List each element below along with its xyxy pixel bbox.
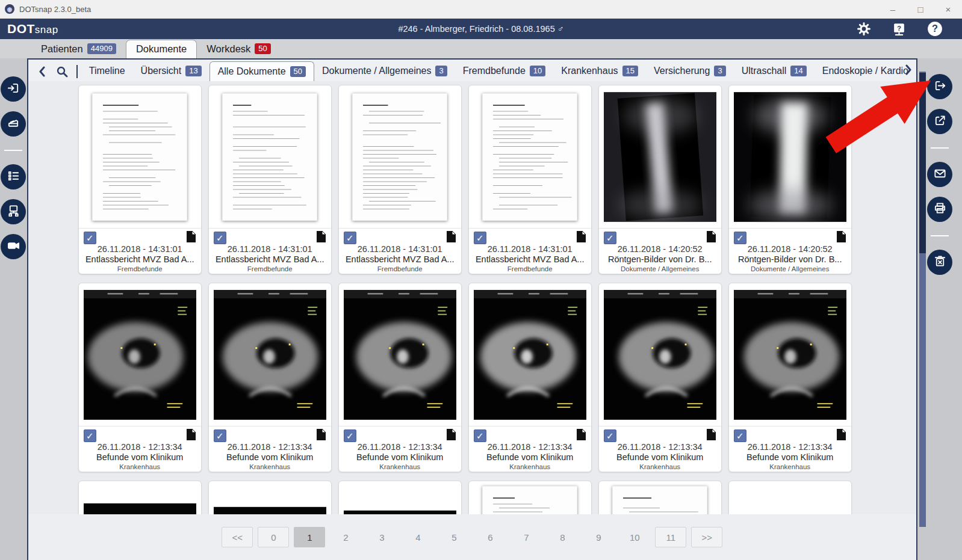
select-checkbox[interactable]: ✓ bbox=[214, 429, 226, 442]
open-external-button[interactable] bbox=[927, 109, 952, 134]
minimize-button[interactable]: – bbox=[879, 0, 907, 18]
document-card[interactable]: ✓26.11.2018 - 14:20:52Röntgen-Bilder von… bbox=[728, 85, 852, 274]
filter-count-badge: 15 bbox=[622, 66, 638, 76]
filter-tab-ultraschall[interactable]: Ultraschall14 bbox=[734, 61, 815, 81]
filter-tab-versicherung[interactable]: Versicherung3 bbox=[646, 61, 734, 81]
page-button-2[interactable]: 2 bbox=[330, 527, 361, 547]
page-button-8[interactable]: 8 bbox=[547, 527, 578, 547]
document-card[interactable]: ✓26.11.2018 - 12:13:34Befunde vom Klinik… bbox=[468, 283, 592, 472]
card-footer: ✓26.11.2018 - 14:20:52Röntgen-Bilder von… bbox=[599, 228, 721, 274]
document-card[interactable]: ✓26.11.2018 - 14:31:01Entlassbericht MVZ… bbox=[78, 85, 202, 274]
filter-tab-label: Fremdbefunde bbox=[463, 66, 526, 76]
document-card[interactable]: ✓26.11.2018 - 14:31:01Entlassbericht MVZ… bbox=[468, 85, 592, 274]
card-footer: ✓26.11.2018 - 12:13:34Befunde vom Klinik… bbox=[209, 426, 331, 472]
network-documents-button[interactable] bbox=[1, 199, 26, 224]
pagination-bar: <<01234567891011>> bbox=[28, 514, 916, 560]
filter-tab-endoskopie-kardio[interactable]: Endoskopie / Kardio bbox=[815, 61, 916, 81]
page-button-0[interactable]: 0 bbox=[258, 527, 289, 547]
select-checkbox[interactable]: ✓ bbox=[604, 232, 616, 244]
document-card[interactable]: ✓26.11.2018 - 12:13:34Befunde vom Klinik… bbox=[338, 283, 462, 472]
document-card-partial[interactable] bbox=[338, 481, 462, 514]
select-checkbox[interactable]: ✓ bbox=[344, 429, 356, 442]
document-thumbnail bbox=[209, 283, 331, 426]
remote-support-icon[interactable]: ? bbox=[892, 22, 907, 37]
left-toolbar bbox=[0, 58, 27, 560]
select-checkbox[interactable]: ✓ bbox=[84, 429, 96, 442]
card-footer: ✓26.11.2018 - 14:31:01Entlassbericht MVZ… bbox=[339, 228, 461, 274]
document-thumbnail bbox=[339, 85, 461, 228]
export-button[interactable] bbox=[927, 74, 952, 99]
toolbar-separator bbox=[931, 147, 949, 149]
select-checkbox[interactable]: ✓ bbox=[214, 232, 226, 244]
app-icon: ◉ bbox=[5, 4, 14, 14]
select-checkbox[interactable]: ✓ bbox=[474, 429, 486, 442]
pager-first-button[interactable]: << bbox=[222, 527, 253, 547]
filter-tab-timeline[interactable]: Timeline bbox=[81, 61, 133, 81]
filter-count-badge: 10 bbox=[530, 66, 545, 76]
document-card-partial[interactable] bbox=[208, 481, 332, 514]
document-card[interactable]: ✓26.11.2018 - 12:13:34Befunde vom Klinik… bbox=[598, 283, 722, 472]
select-checkbox[interactable]: ✓ bbox=[734, 232, 746, 244]
document-card[interactable]: ✓26.11.2018 - 12:13:34Befunde vom Klinik… bbox=[78, 283, 202, 472]
vertical-scrollbar[interactable] bbox=[919, 72, 926, 527]
document-card-partial[interactable] bbox=[598, 481, 722, 514]
help-icon[interactable]: ? bbox=[927, 21, 943, 37]
scan-button[interactable] bbox=[1, 111, 26, 137]
video-button[interactable] bbox=[1, 234, 26, 259]
select-checkbox[interactable]: ✓ bbox=[734, 429, 746, 442]
settings-gear-icon[interactable] bbox=[857, 22, 871, 36]
tab-workdesk[interactable]: Workdesk50 bbox=[197, 40, 281, 58]
page-button-11[interactable]: 11 bbox=[655, 527, 686, 547]
document-card[interactable]: ✓26.11.2018 - 14:31:01Entlassbericht MVZ… bbox=[338, 85, 462, 274]
filter-tab-krankenhaus[interactable]: Krankenhaus15 bbox=[553, 61, 646, 81]
card-row: ✓26.11.2018 - 14:31:01Entlassbericht MVZ… bbox=[78, 85, 916, 274]
page-button-9[interactable]: 9 bbox=[583, 527, 614, 547]
email-button[interactable] bbox=[927, 162, 952, 187]
page-button-1[interactable]: 1 bbox=[294, 527, 325, 547]
search-icon[interactable] bbox=[51, 62, 73, 81]
worklist-button[interactable] bbox=[1, 164, 26, 189]
print-button[interactable] bbox=[927, 197, 952, 222]
page-button-6[interactable]: 6 bbox=[474, 527, 506, 547]
card-footer: ✓26.11.2018 - 12:13:34Befunde vom Klinik… bbox=[339, 426, 461, 472]
close-button[interactable]: × bbox=[934, 0, 962, 18]
document-card-partial[interactable] bbox=[728, 481, 852, 514]
filter-tab-fremdbefunde[interactable]: Fremdbefunde10 bbox=[455, 61, 554, 81]
import-button[interactable] bbox=[1, 76, 26, 102]
print-icon bbox=[933, 202, 947, 218]
select-checkbox[interactable]: ✓ bbox=[84, 232, 96, 244]
select-checkbox[interactable]: ✓ bbox=[604, 429, 616, 442]
page-button-10[interactable]: 10 bbox=[619, 527, 650, 547]
maximize-button[interactable]: □ bbox=[907, 0, 934, 18]
tab-dokumente[interactable]: Dokumente bbox=[126, 40, 197, 58]
select-checkbox[interactable]: ✓ bbox=[344, 232, 356, 244]
filter-back-chevron-icon[interactable] bbox=[33, 62, 51, 81]
document-type-icon bbox=[576, 428, 586, 443]
filter-tab-übersicht[interactable]: Übersicht13 bbox=[133, 61, 209, 81]
card-date: 26.11.2018 - 12:13:34 bbox=[729, 442, 851, 452]
filter-tab-dokumente-allgemeines[interactable]: Dokumente / Allgemeines3 bbox=[314, 61, 455, 81]
tab-patienten[interactable]: Patienten44909 bbox=[31, 40, 126, 58]
document-card[interactable]: ✓26.11.2018 - 12:13:34Befunde vom Klinik… bbox=[728, 283, 852, 472]
scrollbar-thumb[interactable] bbox=[919, 73, 926, 253]
document-card-partial[interactable] bbox=[468, 481, 592, 514]
filter-forward-chevron-icon[interactable] bbox=[904, 64, 913, 78]
filter-tab-alle-dokumente[interactable]: Alle Dokumente50 bbox=[209, 61, 314, 81]
document-thumbnail bbox=[79, 85, 201, 228]
filterbar-divider bbox=[76, 65, 78, 78]
page-button-7[interactable]: 7 bbox=[510, 527, 542, 547]
document-card[interactable]: ✓26.11.2018 - 12:13:34Befunde vom Klinik… bbox=[208, 283, 332, 472]
page-button-3[interactable]: 3 bbox=[366, 527, 397, 547]
pager-last-button[interactable]: >> bbox=[691, 527, 722, 547]
document-card[interactable]: ✓26.11.2018 - 14:31:01Entlassbericht MVZ… bbox=[208, 85, 332, 274]
delete-icon bbox=[933, 254, 947, 271]
document-card-partial[interactable] bbox=[78, 481, 202, 514]
document-card[interactable]: ✓26.11.2018 - 14:20:52Röntgen-Bilder von… bbox=[598, 85, 722, 274]
svg-text:?: ? bbox=[932, 23, 938, 34]
card-title: Entlassbericht MVZ Bad A... bbox=[469, 254, 591, 264]
document-thumbnail bbox=[79, 481, 201, 514]
select-checkbox[interactable]: ✓ bbox=[474, 232, 486, 244]
delete-button[interactable] bbox=[927, 250, 952, 275]
page-button-4[interactable]: 4 bbox=[402, 527, 433, 547]
page-button-5[interactable]: 5 bbox=[438, 527, 470, 547]
